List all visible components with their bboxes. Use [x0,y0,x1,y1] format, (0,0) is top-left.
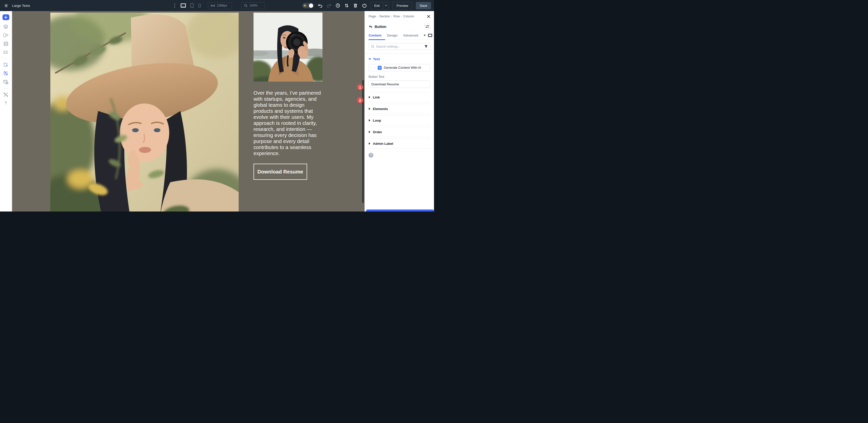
text-section-title: Text [373,57,380,61]
add-element-button[interactable] [2,14,9,20]
breadcrumb-section[interactable]: Section [379,14,390,18]
canvas-width-value: 1386px [217,4,227,7]
presets-button[interactable] [425,24,430,29]
browser-preview-icon[interactable] [3,79,9,85]
breadcrumb-separator: › [377,14,378,18]
hero-portrait-image[interactable] [50,12,239,212]
desktop-breakpoint-icon[interactable] [180,2,187,8]
sun-icon [303,4,307,7]
global-blocks-icon[interactable] [3,32,9,38]
canvas-width-input[interactable]: 1386px [208,2,232,9]
right-column: Over the years, I’ve partnered with star… [253,12,322,180]
light-dark-mode-toggle[interactable] [302,3,314,8]
breadcrumb-separator: › [401,14,402,18]
canvas-zoom-value: 100% [249,4,257,7]
section-order[interactable]: Order [369,127,430,137]
settings-gear-icon[interactable] [3,2,8,8]
section-link[interactable]: Link [369,92,430,102]
select-container-mode-icon[interactable] [3,70,9,77]
photographer-image[interactable] [253,12,322,82]
settings-search[interactable] [369,43,430,50]
left-sidebar: ? [0,11,12,212]
redo-icon[interactable] [327,2,332,8]
top-toolbar: Large Texts [0,0,434,11]
section-admin-label[interactable]: Admin Label [369,139,430,149]
history-icon[interactable] [335,2,340,8]
tablet-breakpoint-icon[interactable] [189,2,194,8]
back-arrow-icon[interactable] [369,25,372,28]
settings-panel: Page › Section › Row › Column [365,11,434,212]
preview-button[interactable]: Preview [393,2,412,9]
select-element-mode-icon[interactable] [3,62,9,68]
search-icon [371,45,374,48]
panel-help-button[interactable]: ? [369,153,373,158]
chevron-right-icon [369,119,370,122]
toggle-knob [309,3,313,8]
tab-advanced[interactable]: Advanced [403,33,418,37]
breadcrumb: Page › Section › Row › Column [369,14,430,18]
button-text-label: Button Text [369,75,430,79]
exit-split-button: Exit [371,2,389,9]
import-export-icon[interactable] [344,2,349,8]
mobile-breakpoint-icon[interactable] [197,2,202,8]
element-header: Button [369,24,430,29]
element-title: Button [375,25,386,29]
width-arrows-icon [211,4,215,7]
chevron-down-icon [385,5,387,6]
layers-icon[interactable] [3,24,9,30]
tools-icon[interactable] [3,92,9,98]
breadcrumb-column[interactable]: Column [403,14,414,18]
plus-icon [4,16,7,19]
chevron-down-icon [369,58,371,60]
active-tab-underline [369,39,385,40]
zoom-magnifier-icon [244,4,247,7]
breadcrumb-row[interactable]: Row [394,14,400,18]
chevron-right-icon [369,108,370,110]
exit-button[interactable]: Exit [371,2,383,9]
undo-icon[interactable] [318,2,323,8]
chevron-right-icon [369,142,370,145]
divider [365,53,434,54]
presets-icon [426,25,429,28]
power-tools-icon[interactable] [362,2,367,8]
tab-content[interactable]: Content [369,33,381,37]
button-text-input[interactable] [369,80,430,88]
page-title: Large Texts [12,4,30,7]
download-resume-button[interactable]: Download Resume [253,164,307,180]
help-icon[interactable]: ? [3,100,9,106]
canvas-viewport[interactable]: Over the years, I’ve partnered with star… [12,11,365,212]
generate-ai-button[interactable]: AI Generate Content With AI [369,64,430,71]
sidebar-divider [2,59,9,59]
filter-funnel-icon[interactable] [425,45,428,48]
section-loop[interactable]: Loop [369,115,430,125]
breadcrumb-page[interactable]: Page [369,14,376,18]
more-options-kebab-icon[interactable] [172,2,177,8]
upgrade-banner-bar[interactable] [366,210,434,212]
save-button[interactable]: Save [416,2,431,9]
breadcrumb-separator: › [391,14,392,18]
close-icon [427,15,430,18]
database-icon[interactable] [3,41,9,47]
text-fields-icon[interactable] [3,49,9,55]
section-elements[interactable]: Elements [369,104,430,114]
chevron-right-icon [369,131,370,133]
trash-icon[interactable] [353,2,358,8]
breakpoint-desktop-icon[interactable] [428,34,432,37]
tab-design[interactable]: Design [387,33,398,37]
ai-icon: AI [378,66,382,70]
canvas-zoom-input[interactable]: 100% [241,2,265,9]
annotation-badge-2: 2 [357,97,363,103]
text-section-header[interactable]: Text [369,57,430,61]
chevron-right-icon [369,96,370,98]
sidebar-divider [2,88,9,89]
about-paragraph[interactable]: Over the years, I’ve partnered with star… [253,90,321,156]
annotation-badge-1: 1 [357,84,363,90]
search-input[interactable] [376,45,423,48]
builder-app: Large Texts [0,0,434,212]
tabs-dropdown-icon[interactable] [424,35,426,36]
close-panel-button[interactable] [427,15,430,18]
generate-ai-label: Generate Content With AI [384,66,421,69]
collapsed-sections: Link Elements Loop Order Admin Label [369,92,430,149]
exit-dropdown-button[interactable] [383,2,389,9]
panel-tabs: Content Design Advanced [369,33,430,40]
